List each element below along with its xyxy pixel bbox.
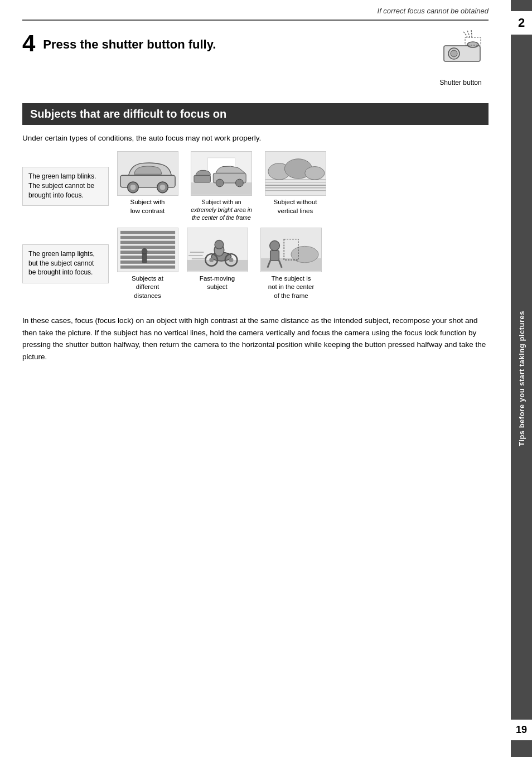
illus-caption-no-verticals: Subject withoutvertical lines [274, 198, 317, 215]
car2-svg [191, 152, 252, 195]
step-title: Press the shutter button fully. [43, 37, 216, 52]
sidebar: Tips before you start taking pictures 2 [511, 0, 532, 757]
warning-box-1: The green lamp blinks. The subject canno… [22, 167, 109, 206]
svg-rect-16 [194, 175, 210, 182]
nature-svg [265, 152, 326, 195]
illus-item-low-contrast: Subject withlow contrast [115, 151, 180, 215]
intro-text: Under certain types of conditions, the a… [22, 134, 489, 142]
svg-rect-33 [120, 261, 175, 264]
svg-point-4 [451, 50, 457, 57]
svg-rect-53 [270, 250, 279, 261]
illus-item-bright: Subject with anextremely bright area int… [185, 151, 258, 222]
svg-rect-30 [120, 246, 175, 249]
illus-caption-low-contrast: Subject withlow contrast [130, 198, 165, 215]
illus-caption-bright: Subject with anextremely bright area int… [191, 198, 252, 222]
shutter-svg [433, 26, 489, 76]
svg-rect-34 [120, 266, 175, 269]
illus-item-offcenter: The subject isnot in the centerof the fr… [255, 228, 327, 301]
svg-point-36 [142, 249, 147, 254]
svg-rect-31 [120, 250, 175, 254]
svg-point-52 [270, 241, 280, 251]
svg-point-14 [216, 179, 224, 187]
warning-text-1: The green lamp blinks. The subject canno… [28, 172, 96, 199]
illus-row-2: The green lamp lights, but the subject c… [22, 228, 489, 301]
svg-point-15 [236, 179, 244, 187]
illustrations-block: The green lamp blinks. The subject canno… [22, 151, 489, 306]
illus-item-fast: Fast-movingsubject [185, 228, 249, 292]
warning-box-2: The green lamp lights, but the subject c… [22, 244, 109, 283]
shutter-label: Shutter button [439, 79, 481, 86]
warning-text-2: The green lamp lights, but the subject c… [28, 250, 95, 277]
illus-caption-offcenter: The subject isnot in the centerof the fr… [268, 274, 314, 301]
step-4-container: 4 Press the shutter button fully. Shutte… [22, 32, 489, 86]
svg-point-45 [215, 240, 224, 249]
section-header: Subjects that are difficult to focus on [22, 103, 489, 125]
illus-img-fast [187, 228, 248, 272]
shutter-illustration: Shutter button [433, 26, 489, 86]
car-svg [118, 152, 178, 195]
sitting-svg [261, 228, 321, 271]
svg-point-9 [159, 185, 165, 190]
svg-rect-28 [120, 236, 175, 239]
page-number-display: 19 [511, 720, 532, 740]
horizontal-svg [118, 228, 178, 271]
illus-img-distances [117, 228, 178, 272]
illus-row-1: The green lamp blinks. The subject canno… [22, 151, 489, 222]
svg-rect-29 [120, 241, 175, 244]
illus-caption-fast: Fast-movingsubject [200, 274, 235, 292]
moto-svg [187, 228, 248, 271]
illus-item-distances: Subjects atdifferentdistances [115, 228, 180, 301]
bottom-text: In these cases, focus (focus lock) on an… [22, 315, 489, 363]
svg-rect-27 [120, 231, 175, 234]
svg-point-7 [130, 185, 136, 190]
svg-point-41 [209, 258, 214, 262]
svg-point-51 [291, 247, 318, 263]
illus-img-bright [191, 151, 252, 196]
sidebar-chapter-number: 2 [511, 11, 532, 35]
illus-img-low-contrast [117, 151, 178, 196]
illus-img-no-verticals [265, 151, 326, 196]
svg-point-43 [229, 258, 233, 262]
page-header: If correct focus cannot be obtained [22, 0, 489, 21]
main-content: If correct focus cannot be obtained 4 Pr… [0, 0, 511, 385]
svg-rect-35 [142, 253, 147, 263]
svg-point-22 [304, 166, 324, 180]
illus-caption-distances: Subjects atdifferentdistances [132, 274, 163, 301]
header-title: If correct focus cannot be obtained [378, 7, 489, 15]
svg-rect-32 [120, 255, 175, 259]
illus-img-offcenter [260, 228, 322, 272]
svg-point-1 [467, 42, 478, 47]
sidebar-chapter-label: Tips before you start taking pictures [518, 311, 526, 446]
step-number: 4 [22, 32, 35, 55]
illus-item-no-verticals: Subject withoutvertical lines [263, 151, 327, 215]
svg-rect-26 [118, 228, 178, 271]
section-title: Subjects that are difficult to focus on [30, 108, 226, 120]
